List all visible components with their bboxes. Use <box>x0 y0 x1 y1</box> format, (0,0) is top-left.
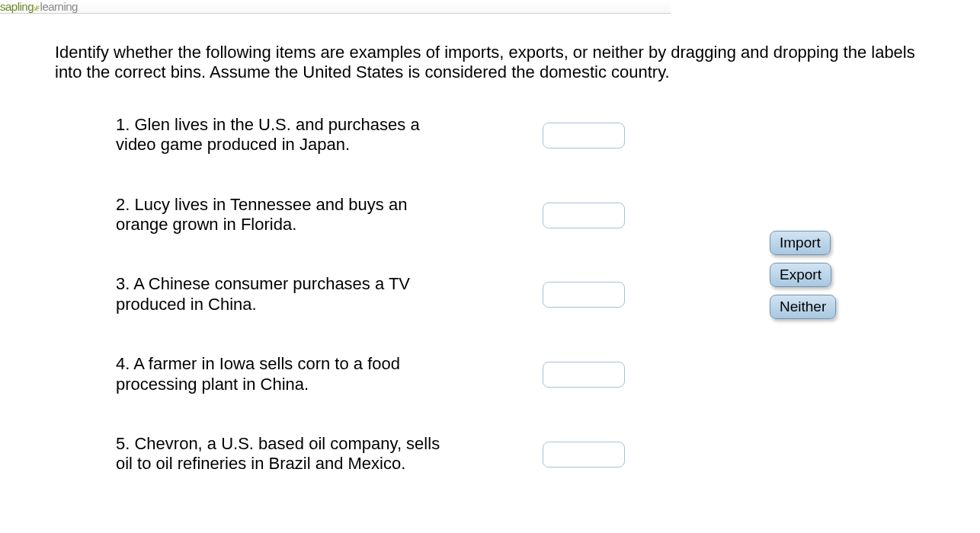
drag-label-export[interactable]: Export <box>770 263 831 287</box>
drag-label-import[interactable]: Import <box>770 231 831 255</box>
items-column: 1. Glen lives in the U.S. and purchases … <box>55 115 625 474</box>
item-text-3: 3. A Chinese consumer purchases a TV pro… <box>116 274 466 314</box>
item-row: 5. Chevron, a U.S. based oil company, se… <box>116 434 625 474</box>
item-row: 2. Lucy lives in Tennessee and buys an o… <box>116 195 625 235</box>
drop-bin-3[interactable] <box>543 282 625 308</box>
item-text-2: 2. Lucy lives in Tennessee and buys an o… <box>116 195 466 235</box>
header-bar: sapling⸙learning <box>0 0 671 14</box>
logo-sapling: sapling <box>0 0 34 13</box>
drop-bin-2[interactable] <box>543 203 625 228</box>
item-row: 3. A Chinese consumer purchases a TV pro… <box>116 274 625 314</box>
drag-label-neither[interactable]: Neither <box>770 295 836 319</box>
drop-bin-1[interactable] <box>543 123 625 148</box>
labels-column: Import Export Neither <box>770 231 836 319</box>
drop-bin-4[interactable] <box>543 362 625 388</box>
item-text-5: 5. Chevron, a U.S. based oil company, se… <box>116 434 466 474</box>
item-row: 4. A farmer in Iowa sells corn to a food… <box>116 354 625 394</box>
drop-bin-5[interactable] <box>543 442 625 468</box>
question-prompt: Identify whether the following items are… <box>55 43 925 83</box>
exercise-area: 1. Glen lives in the U.S. and purchases … <box>55 115 925 474</box>
content-area: Identify whether the following items are… <box>0 14 980 474</box>
item-text-1: 1. Glen lives in the U.S. and purchases … <box>116 115 466 155</box>
item-text-4: 4. A farmer in Iowa sells corn to a food… <box>116 354 466 394</box>
logo-learning: learning <box>40 0 78 13</box>
logo: sapling⸙learning <box>0 0 78 13</box>
item-row: 1. Glen lives in the U.S. and purchases … <box>116 115 625 155</box>
leaf-icon: ⸙ <box>34 2 40 13</box>
